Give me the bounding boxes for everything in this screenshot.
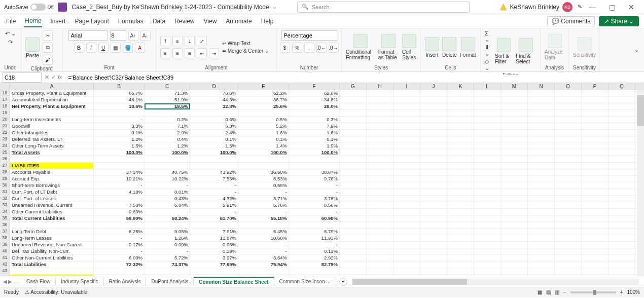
table-row[interactable]: 31Curr. Port. of LT Debt4.18%0.01%--- [0,189,644,196]
table-row[interactable]: 37Long-Term Debt6.25%9.05%7.91%6.45%6.79… [0,229,644,235]
pen-icon[interactable]: ✎ [578,4,582,10]
col-header-J[interactable]: J [420,83,447,90]
table-row[interactable]: 26 [0,156,644,163]
sheet-tab-common-size-is[interactable]: Common Size Incon ... [274,277,336,286]
table-row[interactable]: 20Long-term Investments-0.2%0.6%0.5%0.3% [0,117,644,123]
col-header-C[interactable]: C [145,83,190,90]
cut-button[interactable]: ✂ [43,30,53,41]
cell-styles-button[interactable]: Cell Styles [402,34,416,60]
decrease-decimal-button[interactable]: .0→ [329,43,339,53]
minimize-button[interactable]: — [584,3,601,11]
tab-page-layout[interactable]: Page Layout [74,16,110,27]
table-row[interactable]: 23Deferred Tax Assets, LT1.2%0.4%0.1%0.1… [0,136,644,143]
italic-button[interactable]: I [86,43,96,53]
copy-button[interactable]: ⧉ [43,43,53,53]
delete-cells-button[interactable]: Delete [442,37,457,58]
vertical-scrollbar[interactable] [637,90,644,276]
col-header-A[interactable]: A [10,83,94,90]
currency-button[interactable]: $ [280,43,290,53]
increase-font-button[interactable]: A↑ [128,30,138,41]
col-header-O[interactable]: O [555,83,582,90]
tab-data[interactable]: Data [152,16,166,27]
increase-decimal-button[interactable]: .0← [316,43,327,53]
table-row[interactable]: 27LIABILITIES [0,163,644,169]
user-name[interactable]: KeShawn Brinkley [510,4,559,11]
undo-button[interactable]: ↶ ⌄ [5,30,16,37]
formula-input[interactable] [65,74,644,81]
sheet-nav-left[interactable]: ◀ [3,279,7,284]
table-row[interactable]: 18Net Property, Plant & Equipment18.6%19… [0,103,644,110]
col-header-N[interactable]: N [528,83,555,90]
autosave-toggle[interactable]: AutoSave Off [4,4,54,11]
sheet-tab-cash-flow[interactable]: Cash Flow [21,277,56,286]
zoom-out-button[interactable]: − [563,289,566,295]
table-row[interactable]: 24Other Long-Term Assets1.5%1.2%1.5%1.4%… [0,143,644,150]
table-row[interactable]: 22Other Intangibles0.1%2.9%2.4%1.6%1.6% [0,130,644,136]
close-button[interactable]: ✕ [623,3,640,11]
zoom-level[interactable]: 100% [627,289,640,295]
table-row[interactable]: 25Total Assets100.0%100.0%100.0%100.0%10… [0,150,644,156]
autosum-button[interactable]: Σ ⌄ [485,30,492,43]
col-header-P[interactable]: P [582,83,609,90]
col-header-L[interactable]: L [474,83,501,90]
col-header-K[interactable]: K [447,83,474,90]
col-header-D[interactable]: D [190,83,238,90]
sheet-tab-dupont[interactable]: DuPont Analysis [146,277,194,286]
table-row[interactable]: 43 [0,268,644,275]
sheet-nav-more[interactable]: … [13,279,18,284]
bold-button[interactable]: B [74,43,84,53]
col-header-B[interactable]: B [94,83,145,90]
col-header-F[interactable]: F [289,83,340,90]
tab-formulas[interactable]: Formulas [117,16,145,27]
col-header-H[interactable]: H [367,83,393,90]
decrease-indent-button[interactable]: ⇤ [197,48,207,58]
maximize-button[interactable]: ▢ [603,3,621,11]
font-size-input[interactable] [110,30,126,41]
font-color-button[interactable]: A [135,43,145,53]
table-row[interactable]: 35Total Current Liabilities59.90%58.24%6… [0,215,644,222]
tab-home[interactable]: Home [24,15,42,27]
table-row[interactable]: 34Other Current Liabilities0.60%---- [0,209,644,215]
align-top-button[interactable]: ⤒ [160,36,170,46]
select-all-corner[interactable] [0,83,10,90]
paste-button[interactable]: Paste [25,38,40,58]
sort-filter-button[interactable]: Sort & Filter [495,38,513,64]
number-format-select[interactable] [281,30,337,41]
tab-automate[interactable]: Automate [225,16,253,27]
underline-button[interactable]: U [98,43,109,53]
col-header-Q[interactable]: Q [609,83,635,90]
tab-view[interactable]: View [203,16,218,27]
fx-icon[interactable]: fx [58,74,62,81]
view-normal-button[interactable]: ▦ [538,289,542,295]
analyze-data-button[interactable]: Analyze Data [545,34,564,60]
collapse-ribbon-button[interactable]: ⌄ [634,47,639,53]
sheet-nav-right[interactable]: ▶ [8,279,12,284]
tab-file[interactable]: File [5,16,17,27]
orientation-button[interactable]: ⤢ [197,36,207,46]
align-center-button[interactable]: ≡ [172,48,183,58]
tab-review[interactable]: Review [173,16,195,27]
zoom-slider[interactable] [570,291,616,293]
table-row[interactable]: 42Total Liabilities72.32%74.37%77.69%75.… [0,262,644,268]
zoom-in-button[interactable]: + [620,289,623,295]
format-painter-button[interactable]: 🖌 [43,55,53,65]
table-row[interactable]: 41Other Non-Current Liabilities6.00%5.72… [0,255,644,262]
cells-grid[interactable]: 16Gross Property, Plant & Equipment66.7%… [0,90,644,276]
border-button[interactable]: ▦ [111,43,121,53]
add-sheet-button[interactable]: + [339,278,347,286]
decrease-font-button[interactable]: A↓ [140,30,151,41]
tab-insert[interactable]: Insert [49,16,66,27]
table-row[interactable]: 17Accumulated Depreciation-48.1%-51.9%-4… [0,97,644,103]
insert-cells-button[interactable]: Insert [425,37,439,58]
col-header-I[interactable]: I [393,83,420,90]
redo-button[interactable]: ↷ [8,39,13,46]
table-row[interactable]: 32Curr. Port. of Leases-0.43%4.32%3.71%3… [0,196,644,202]
col-header-E[interactable]: E [238,83,289,90]
fill-button[interactable]: ⬇ ⌄ [485,44,492,57]
view-page-layout-button[interactable]: ▤ [546,289,551,295]
find-select-button[interactable]: Find & Select [516,38,536,64]
sensitivity-button[interactable]: Sensitivity [573,37,596,58]
increase-indent-button[interactable]: ⇥ [209,48,219,58]
table-row[interactable]: 28Accounts Payable37.34%40.75%43.92%36.6… [0,169,644,176]
save-icon[interactable] [58,3,67,12]
